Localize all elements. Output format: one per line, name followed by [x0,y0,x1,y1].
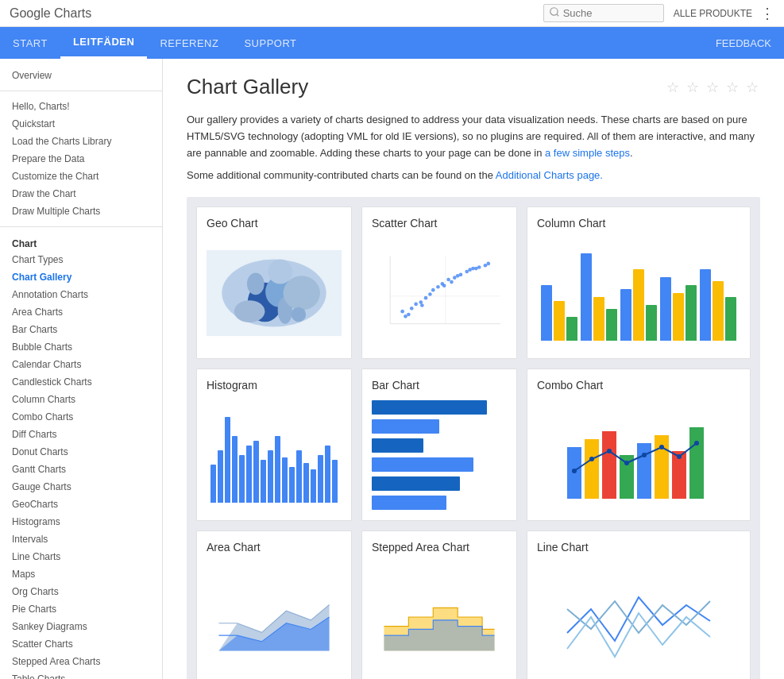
header: Google Charts ALLE PRODUKTE ⋮ [0,0,784,27]
sidebar-item-gantt[interactable]: Gantt Charts [0,461,162,478]
feedback-button[interactable]: FEEDBACK [703,27,784,59]
search-input[interactable] [563,7,658,19]
chart-card-geo[interactable]: Geo Chart [196,206,352,359]
sidebar-item-calendar[interactable]: Calendar Charts [0,356,162,373]
sidebar-item-combo[interactable]: Combo Charts [0,408,162,426]
chart-card-scatter[interactable]: Scatter Chart [361,206,517,359]
sidebar-item-customize[interactable]: Customize the Chart [0,168,162,185]
col-bar [566,317,577,341]
additional-charts-link[interactable]: Additional Charts page. [496,169,603,181]
layout: Overview Hello, Charts! Quickstart Load … [0,59,784,679]
chart-title-area: Area Chart [207,541,342,554]
chart-card-line[interactable]: Line Chart [527,530,751,679]
sidebar-item-draw-multiple[interactable]: Draw Multiple Charts [0,203,162,220]
svg-point-6 [234,301,265,323]
svg-point-36 [420,304,424,308]
sidebar-item-load[interactable]: Load the Charts Library [0,133,162,150]
sidebar-item-candlestick[interactable]: Candlestick Charts [0,373,162,391]
star-rating[interactable]: ☆ ☆ ☆ ☆ ☆ [666,79,760,96]
search-icon [549,6,560,20]
sidebar-item-bubble[interactable]: Bubble Charts [0,338,162,356]
nav-support[interactable]: SUPPORT [231,27,309,59]
hist-bar [332,460,338,503]
sidebar-item-stepped-area[interactable]: Stepped Area Charts [0,653,162,670]
nav-leitfaden[interactable]: LEITFÄDEN [60,27,147,59]
chart-title-geo: Geo Chart [207,217,342,230]
sidebar-item-prepare[interactable]: Prepare the Data [0,150,162,168]
col-bar [646,305,657,341]
few-simple-steps-link[interactable]: a few simple steps [545,147,630,159]
stepped-area-chart-svg [372,561,507,673]
sidebar-item-intervals[interactable]: Intervals [0,530,162,548]
page-title: Chart Gallery [187,75,308,99]
scatter-chart-svg [372,237,507,349]
sidebar-item-table[interactable]: Table Charts [0,670,162,679]
chart-card-combo[interactable]: Combo Chart [527,368,751,521]
sidebar-item-diff[interactable]: Diff Charts [0,426,162,443]
area-chart-svg [207,561,342,673]
sidebar-item-scatter[interactable]: Scatter Charts [0,635,162,653]
search-box[interactable] [543,4,664,22]
sidebar-item-overview[interactable]: Overview [0,67,162,84]
sidebar-item-histograms[interactable]: Histograms [0,513,162,530]
chart-card-bar[interactable]: Bar Chart [361,368,517,521]
sidebar-item-quickstart[interactable]: Quickstart [0,115,162,133]
hist-bar [318,455,323,503]
sidebar-item-gauge[interactable]: Gauge Charts [0,478,162,496]
hist-bar [311,469,316,503]
col-bar [660,277,671,341]
bar-fill-3b [372,476,460,491]
svg-point-24 [436,285,440,289]
svg-point-17 [400,310,404,314]
sidebar-item-bar[interactable]: Bar Charts [0,321,162,338]
col-group-4 [660,277,697,341]
sidebar-item-geo[interactable]: GeoCharts [0,496,162,513]
sidebar-item-maps[interactable]: Maps [0,565,162,583]
hist-bar [225,417,230,503]
bar-fill-3a [372,457,473,472]
sidebar-item-line[interactable]: Line Charts [0,548,162,565]
hist-bar [239,455,245,503]
sidebar-item-hello[interactable]: Hello, Charts! [0,98,162,115]
all-products-button[interactable]: ALLE PRODUKTE [674,8,752,19]
chart-visual-combo [537,399,740,511]
sidebar-item-pie[interactable]: Pie Charts [0,600,162,618]
svg-point-26 [446,278,450,282]
svg-point-18 [410,307,414,311]
sidebar-item-sankey[interactable]: Sankey Diagrams [0,618,162,635]
sidebar-item-area[interactable]: Area Charts [0,303,162,321]
sidebar-item-org[interactable]: Org Charts [0,583,162,600]
sidebar-item-chart-types[interactable]: Chart Types [0,251,162,268]
hist-bar [325,446,330,503]
col-bar [686,285,697,341]
sidebar-divider-1 [0,91,162,91]
chart-visual-line [537,561,740,673]
menu-dots-icon[interactable]: ⋮ [760,5,774,22]
chart-card-area[interactable]: Area Chart [196,530,352,679]
svg-point-21 [424,296,428,300]
sidebar-item-draw[interactable]: Draw the Chart [0,185,162,203]
chart-card-stepped-area[interactable]: Stepped Area Chart [361,530,517,679]
chart-title-line: Line Chart [537,541,740,554]
chart-card-histogram[interactable]: Histogram [196,368,352,521]
bar-row-6 [372,476,507,491]
main-content: Chart Gallery ☆ ☆ ☆ ☆ ☆ Our gallery prov… [163,59,784,679]
col-group-1 [541,285,577,341]
col-bar [633,269,644,341]
bar-fill-4a [372,496,446,510]
svg-rect-12 [372,250,507,336]
sidebar-item-column[interactable]: Column Charts [0,391,162,408]
chart-card-column[interactable]: Column Chart [527,206,751,359]
sidebar-item-chart-gallery[interactable]: Chart Gallery [0,268,162,286]
sidebar-item-annotation[interactable]: Annotation Charts [0,286,162,303]
svg-point-40 [468,268,472,272]
page-title-row: Chart Gallery ☆ ☆ ☆ ☆ ☆ [187,75,760,99]
sidebar-item-donut[interactable]: Donut Charts [0,443,162,461]
nav-referenz[interactable]: REFERENZ [147,27,231,59]
svg-line-1 [556,14,558,17]
main-description: Our gallery provides a variety of charts… [187,112,760,161]
svg-point-11 [292,307,307,322]
nav-start[interactable]: START [0,27,60,59]
column-chart [537,245,740,341]
svg-point-53 [607,449,612,453]
